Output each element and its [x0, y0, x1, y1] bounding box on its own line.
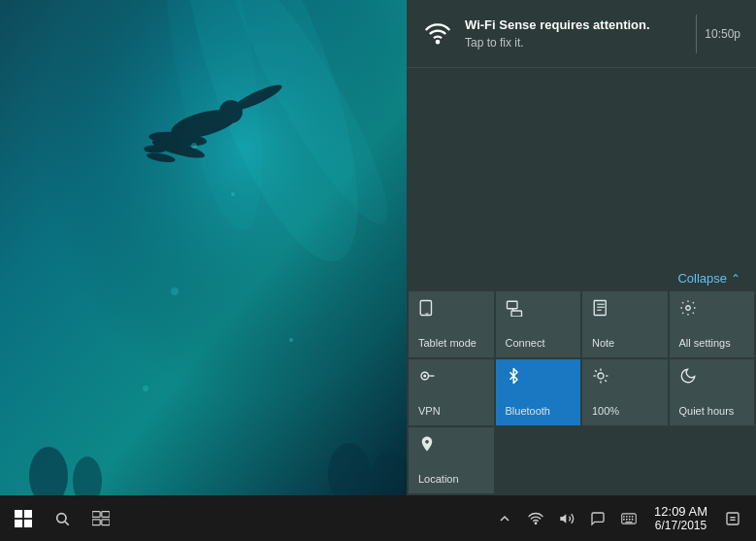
svg-line-47 [65, 522, 69, 525]
quick-tile-brightness-label: 100% [592, 405, 619, 418]
svg-point-12 [191, 143, 197, 149]
svg-rect-24 [507, 301, 517, 309]
svg-line-39 [605, 380, 607, 382]
note-icon [592, 299, 609, 320]
svg-rect-48 [92, 511, 100, 517]
notification-title: Wi-Fi Sense requires attention. [465, 17, 688, 34]
svg-point-21 [437, 41, 439, 43]
location-icon [418, 435, 436, 456]
brightness-icon [592, 367, 609, 388]
quick-tile-vpn[interactable]: VPN [409, 359, 494, 425]
bluetooth-icon [506, 367, 523, 388]
quiet-hours-icon [679, 367, 697, 388]
svg-marker-53 [560, 514, 566, 523]
svg-point-52 [535, 522, 537, 524]
quick-tile-all-settings-label: All settings [679, 337, 731, 350]
settings-icon [679, 299, 697, 320]
svg-rect-25 [511, 311, 522, 317]
action-center: Wi-Fi Sense requires attention. Tap to f… [407, 0, 756, 495]
svg-rect-50 [92, 519, 100, 524]
quick-tile-tablet-mode-label: Tablet mode [418, 337, 477, 350]
svg-point-31 [685, 306, 690, 311]
svg-point-35 [598, 373, 604, 379]
svg-rect-49 [102, 511, 110, 517]
svg-point-16 [143, 386, 148, 391]
collapse-row[interactable]: Collapse ⌃ [407, 265, 756, 291]
quick-tile-connect-label: Connect [506, 337, 545, 350]
task-view-button[interactable] [82, 495, 120, 541]
quick-tile-quiet-hours-label: Quiet hours [679, 405, 735, 418]
tray-keyboard-icon[interactable] [613, 495, 644, 541]
quick-tile-bluetooth-label: Bluetooth [506, 405, 550, 418]
taskbar: 12:09 AM 6/17/2015 [0, 495, 756, 541]
start-button[interactable] [4, 495, 43, 541]
collapse-label: Collapse [677, 271, 727, 286]
quick-tile-location-label: Location [418, 473, 459, 486]
wallpaper [0, 0, 408, 495]
time-divider [696, 15, 697, 53]
notification-time: 10:50p [705, 27, 740, 41]
svg-point-13 [231, 192, 235, 196]
tray-chat-icon[interactable] [582, 495, 613, 541]
notification-wifi-icon [422, 18, 453, 50]
search-button[interactable] [43, 495, 82, 541]
svg-point-46 [57, 513, 66, 522]
tray-volume-icon[interactable] [551, 495, 582, 541]
quick-tile-vpn-label: VPN [418, 405, 441, 418]
clock-date: 6/17/2015 [655, 519, 707, 532]
svg-point-11 [144, 145, 167, 152]
system-tray [489, 495, 644, 541]
vpn-icon [418, 367, 436, 388]
notification-subtitle: Tap to fix it. [465, 36, 688, 50]
taskbar-left [0, 495, 120, 541]
quick-actions-grid: Tablet mode Connect [407, 291, 756, 495]
action-center-space [407, 68, 756, 265]
svg-rect-43 [24, 510, 32, 518]
taskbar-right: 12:09 AM 6/17/2015 [489, 495, 756, 541]
svg-rect-22 [420, 301, 431, 316]
svg-rect-45 [24, 519, 32, 526]
quick-tile-quiet-hours[interactable]: Quiet hours [670, 359, 755, 425]
quick-tile-note[interactable]: Note [582, 291, 668, 357]
connect-icon [506, 299, 523, 320]
tablet-mode-icon [418, 299, 436, 320]
svg-rect-64 [727, 513, 739, 524]
quick-tile-location[interactable]: Location [409, 427, 494, 493]
quick-tile-note-label: Note [592, 337, 614, 350]
quick-tile-connect[interactable]: Connect [496, 291, 581, 357]
svg-point-15 [289, 338, 293, 342]
clock-time: 12:09 AM [654, 504, 707, 519]
svg-point-34 [423, 375, 426, 378]
svg-point-14 [171, 287, 179, 295]
svg-rect-27 [594, 301, 606, 316]
quick-tile-tablet-mode[interactable]: Tablet mode [409, 291, 494, 357]
tray-chevron-button[interactable] [489, 495, 520, 541]
svg-line-38 [595, 370, 597, 372]
quick-tile-bluetooth[interactable]: Bluetooth [496, 359, 581, 425]
clock[interactable]: 12:09 AM 6/17/2015 [644, 495, 717, 541]
chevron-down-icon: ⌃ [731, 272, 740, 286]
svg-rect-51 [102, 519, 110, 524]
svg-rect-42 [15, 510, 22, 518]
quick-tile-brightness[interactable]: 100% [582, 359, 668, 425]
quick-tile-all-settings[interactable]: All settings [670, 291, 755, 357]
action-center-button[interactable] [717, 495, 748, 541]
notification-item[interactable]: Wi-Fi Sense requires attention. Tap to f… [407, 0, 756, 68]
tray-wifi-icon[interactable] [520, 495, 551, 541]
svg-rect-44 [15, 519, 22, 526]
